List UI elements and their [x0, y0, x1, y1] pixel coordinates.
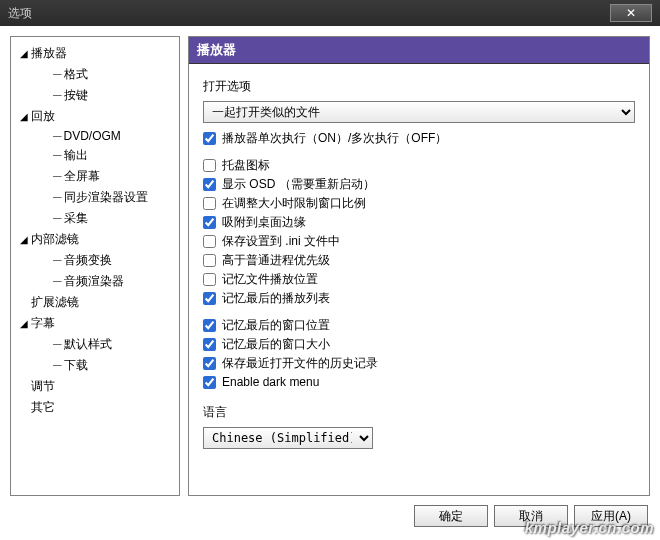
- tree-branch-icon: ─: [53, 190, 62, 204]
- tree-item[interactable]: ─DVD/OGM: [15, 127, 175, 145]
- tree-branch-icon: ─: [53, 88, 62, 102]
- close-icon: ✕: [626, 0, 636, 26]
- panel-title: 播放器: [189, 37, 649, 64]
- tree-item-label: 音频渲染器: [64, 274, 124, 288]
- checkbox-row[interactable]: Enable dark menu: [203, 373, 635, 392]
- checkbox[interactable]: [203, 159, 216, 172]
- tree-branch-icon: ─: [53, 148, 62, 162]
- checkbox-label: 记忆最后的窗口位置: [222, 317, 330, 334]
- checkbox-label: 记忆文件播放位置: [222, 271, 318, 288]
- tree-item-label: 格式: [64, 67, 88, 81]
- checkbox[interactable]: [203, 178, 216, 191]
- cancel-button[interactable]: 取消: [494, 505, 568, 527]
- tree-item[interactable]: 调节: [15, 376, 175, 397]
- checkbox-label: Enable dark menu: [222, 374, 319, 391]
- tree-item[interactable]: ─音频渲染器: [15, 271, 175, 292]
- language-select[interactable]: Chinese (Simplified): [203, 427, 373, 449]
- tree-branch-icon: ─: [53, 211, 62, 225]
- checkbox[interactable]: [203, 273, 216, 286]
- checkbox-label: 播放器单次执行（ON）/多次执行（OFF）: [222, 130, 447, 147]
- checkbox-label: 托盘图标: [222, 157, 270, 174]
- collapse-icon[interactable]: ◢: [19, 318, 29, 329]
- checkbox-label: 高于普通进程优先级: [222, 252, 330, 269]
- tree-branch-icon: ─: [53, 129, 62, 143]
- tree-item[interactable]: 扩展滤镜: [15, 292, 175, 313]
- checkbox[interactable]: [203, 197, 216, 210]
- open-options-select[interactable]: 一起打开类似的文件: [203, 101, 635, 123]
- tree-branch-icon: ─: [53, 274, 62, 288]
- checkbox[interactable]: [203, 357, 216, 370]
- checkbox-row[interactable]: 播放器单次执行（ON）/多次执行（OFF）: [203, 129, 635, 148]
- tree-item-label: 默认样式: [64, 337, 112, 351]
- window-title: 选项: [8, 0, 32, 26]
- title-bar: 选项 ✕: [0, 0, 660, 26]
- tree-item[interactable]: ─默认样式: [15, 334, 175, 355]
- tree-item[interactable]: ◢内部滤镜: [15, 229, 175, 250]
- checkbox-row[interactable]: 吸附到桌面边缘: [203, 213, 635, 232]
- language-label: 语言: [203, 404, 635, 421]
- checkbox[interactable]: [203, 216, 216, 229]
- tree-item-label: 采集: [64, 211, 88, 225]
- tree-item-label: 全屏幕: [64, 169, 100, 183]
- checkbox[interactable]: [203, 235, 216, 248]
- tree-item[interactable]: ─全屏幕: [15, 166, 175, 187]
- apply-button[interactable]: 应用(A): [574, 505, 648, 527]
- tree-item[interactable]: ─音频变换: [15, 250, 175, 271]
- dialog-footer: 确定 取消 应用(A): [10, 496, 650, 530]
- category-tree: ◢播放器─格式─按键◢回放─DVD/OGM─输出─全屏幕─同步渲染器设置─采集◢…: [10, 36, 180, 496]
- tree-item-label: DVD/OGM: [64, 129, 121, 143]
- close-button[interactable]: ✕: [610, 4, 652, 22]
- tree-item-label: 其它: [31, 400, 55, 414]
- checkbox-label: 吸附到桌面边缘: [222, 214, 306, 231]
- tree-item-label: 字幕: [31, 316, 55, 330]
- tree-item[interactable]: ◢回放: [15, 106, 175, 127]
- tree-branch-icon: ─: [53, 358, 62, 372]
- tree-item-label: 调节: [31, 379, 55, 393]
- tree-item-label: 扩展滤镜: [31, 295, 79, 309]
- checkbox[interactable]: [203, 254, 216, 267]
- tree-branch-icon: ─: [53, 67, 62, 81]
- checkbox-row[interactable]: 记忆最后的窗口大小: [203, 335, 635, 354]
- tree-item[interactable]: ─输出: [15, 145, 175, 166]
- tree-item[interactable]: ◢播放器: [15, 43, 175, 64]
- checkbox-row[interactable]: 显示 OSD （需要重新启动）: [203, 175, 635, 194]
- tree-item-label: 内部滤镜: [31, 232, 79, 246]
- checkbox-row[interactable]: 高于普通进程优先级: [203, 251, 635, 270]
- checkbox-label: 显示 OSD （需要重新启动）: [222, 176, 375, 193]
- checkbox-row[interactable]: 记忆最后的窗口位置: [203, 316, 635, 335]
- checkbox-row[interactable]: 记忆最后的播放列表: [203, 289, 635, 308]
- tree-item[interactable]: ─下载: [15, 355, 175, 376]
- settings-panel: 播放器 打开选项 一起打开类似的文件 播放器单次执行（ON）/多次执行（OFF）…: [188, 36, 650, 496]
- tree-item[interactable]: ─采集: [15, 208, 175, 229]
- checkbox-row[interactable]: 保存设置到 .ini 文件中: [203, 232, 635, 251]
- tree-item-label: 回放: [31, 109, 55, 123]
- open-options-label: 打开选项: [203, 78, 635, 95]
- tree-branch-icon: ─: [53, 169, 62, 183]
- checkbox-row[interactable]: 保存最近打开文件的历史记录: [203, 354, 635, 373]
- checkbox-label: 记忆最后的窗口大小: [222, 336, 330, 353]
- tree-item[interactable]: ─格式: [15, 64, 175, 85]
- collapse-icon[interactable]: ◢: [19, 111, 29, 122]
- checkbox[interactable]: [203, 376, 216, 389]
- checkbox-row[interactable]: 记忆文件播放位置: [203, 270, 635, 289]
- checkbox[interactable]: [203, 292, 216, 305]
- checkbox-row[interactable]: 托盘图标: [203, 156, 635, 175]
- collapse-icon[interactable]: ◢: [19, 48, 29, 59]
- checkbox[interactable]: [203, 338, 216, 351]
- tree-item[interactable]: ─同步渲染器设置: [15, 187, 175, 208]
- tree-item-label: 同步渲染器设置: [64, 190, 148, 204]
- checkbox-label: 记忆最后的播放列表: [222, 290, 330, 307]
- checkbox-label: 保存最近打开文件的历史记录: [222, 355, 378, 372]
- ok-button[interactable]: 确定: [414, 505, 488, 527]
- tree-branch-icon: ─: [53, 337, 62, 351]
- tree-item-label: 下载: [64, 358, 88, 372]
- checkbox-row[interactable]: 在调整大小时限制窗口比例: [203, 194, 635, 213]
- tree-item[interactable]: 其它: [15, 397, 175, 418]
- checkbox[interactable]: [203, 132, 216, 145]
- tree-branch-icon: ─: [53, 253, 62, 267]
- checkbox[interactable]: [203, 319, 216, 332]
- tree-item[interactable]: ◢字幕: [15, 313, 175, 334]
- tree-item-label: 音频变换: [64, 253, 112, 267]
- tree-item[interactable]: ─按键: [15, 85, 175, 106]
- collapse-icon[interactable]: ◢: [19, 234, 29, 245]
